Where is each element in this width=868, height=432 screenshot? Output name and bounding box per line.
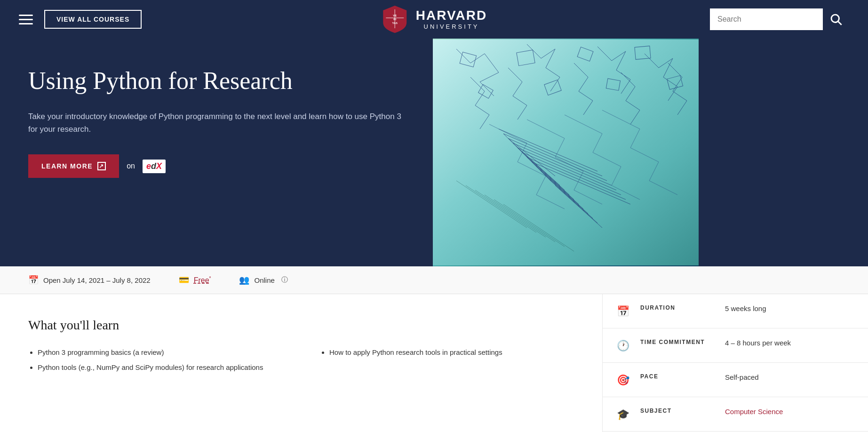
duration-icon: 📅 [617, 305, 631, 318]
edx-logo: edX [143, 160, 166, 173]
header-search [710, 8, 849, 30]
course-title: Using Python for Research [28, 67, 405, 95]
subject-icon: 🎓 [617, 408, 631, 421]
sidebar-item-duration: 📅DURATION5 weeks long [603, 294, 868, 328]
time-commitment-value: 4 – 8 hours per week [725, 339, 791, 347]
svg-text:VE: VE [393, 14, 397, 17]
learn-list: Python 3 programming basics (a review)Py… [28, 347, 574, 377]
university-name: HARVARD [416, 8, 487, 23]
list-item: Python 3 programming basics (a review) [38, 347, 282, 358]
subject-value[interactable]: Computer Science [725, 408, 783, 416]
online-icon: 👥 [239, 275, 249, 285]
external-link-icon [97, 162, 106, 170]
harvard-university-text: HARVARD UNIVERSITY [416, 8, 487, 30]
header-left: VIEW ALL COURSES [19, 10, 142, 29]
list-item: Python tools (e.g., NumPy and SciPy modu… [38, 362, 282, 373]
price-text: Free* [194, 276, 211, 285]
hamburger-menu[interactable] [19, 15, 33, 24]
main-content: What you'll learn Python 3 programming b… [0, 294, 868, 432]
duration-label: DURATION [640, 304, 716, 311]
svg-point-6 [831, 15, 839, 22]
search-icon [829, 13, 843, 26]
svg-text:RI: RI [393, 18, 396, 21]
date-text: Open July 14, 2021 – July 8, 2022 [43, 276, 151, 284]
calendar-icon: 📅 [28, 275, 39, 285]
time-commitment-label: TIME COMMITMENT [640, 339, 716, 345]
online-text: Online [254, 276, 274, 284]
price-info: 💳 Free* [179, 275, 211, 285]
search-input[interactable] [710, 8, 823, 30]
sidebar-item-pace: 🎯PACESelf-paced [603, 363, 868, 397]
hero-cta: LEARN MORE on edX [28, 154, 405, 178]
learn-more-button[interactable]: LEARN MORE [28, 154, 119, 178]
search-button[interactable] [823, 8, 849, 30]
svg-line-7 [838, 22, 842, 25]
payment-icon: 💳 [179, 275, 189, 285]
duration-value: 5 weeks long [725, 304, 766, 312]
on-text: on [127, 162, 135, 170]
free-link[interactable]: Free [194, 276, 209, 284]
hero-section: Using Python for Research Take your intr… [0, 39, 868, 266]
pace-label: PACE [640, 373, 716, 380]
svg-text:TAS: TAS [392, 22, 398, 24]
sidebar-item-subject: 🎓SUBJECTComputer Science [603, 397, 868, 432]
course-description: Take your introductory knowledge of Pyth… [28, 110, 405, 136]
view-all-courses-button[interactable]: VIEW ALL COURSES [44, 10, 142, 29]
date-info: 📅 Open July 14, 2021 – July 8, 2022 [28, 275, 151, 285]
learn-more-label: LEARN MORE [41, 162, 93, 170]
free-asterisk: * [209, 276, 211, 281]
course-info-bar: 📅 Open July 14, 2021 – July 8, 2022 💳 Fr… [0, 266, 868, 294]
abstract-art-svg [433, 39, 699, 266]
harvard-shield-icon: VE RI TAS [381, 5, 408, 34]
course-details-sidebar: 📅DURATION5 weeks long🕐TIME COMMITMENT4 –… [602, 294, 868, 432]
university-sub: UNIVERSITY [416, 23, 487, 30]
online-info: 👥 Online ⓘ [239, 275, 287, 285]
svg-rect-9 [433, 40, 699, 265]
sidebar-item-time-commitment: 🕐TIME COMMITMENT4 – 8 hours per week [603, 328, 868, 363]
pace-value: Self-paced [725, 373, 759, 381]
list-item: How to apply Python research tools in pr… [329, 347, 574, 358]
hero-content: Using Python for Research Take your intr… [0, 39, 433, 266]
site-header: VIEW ALL COURSES VE RI TAS HARVARD UNIVE… [0, 0, 868, 39]
left-content: What you'll learn Python 3 programming b… [0, 294, 602, 432]
pace-icon: 🎯 [617, 374, 631, 386]
header-logo: VE RI TAS HARVARD UNIVERSITY [381, 5, 487, 34]
learn-list-col1: Python 3 programming basics (a review)Py… [28, 347, 282, 377]
learn-list-col2: How to apply Python research tools in pr… [320, 347, 574, 377]
edx-logo-text: edX [146, 161, 162, 171]
info-icon[interactable]: ⓘ [281, 276, 288, 284]
course-image [433, 39, 699, 266]
time-commitment-icon: 🕐 [617, 340, 631, 352]
subject-label: SUBJECT [640, 408, 716, 414]
learn-section-title: What you'll learn [28, 318, 574, 333]
